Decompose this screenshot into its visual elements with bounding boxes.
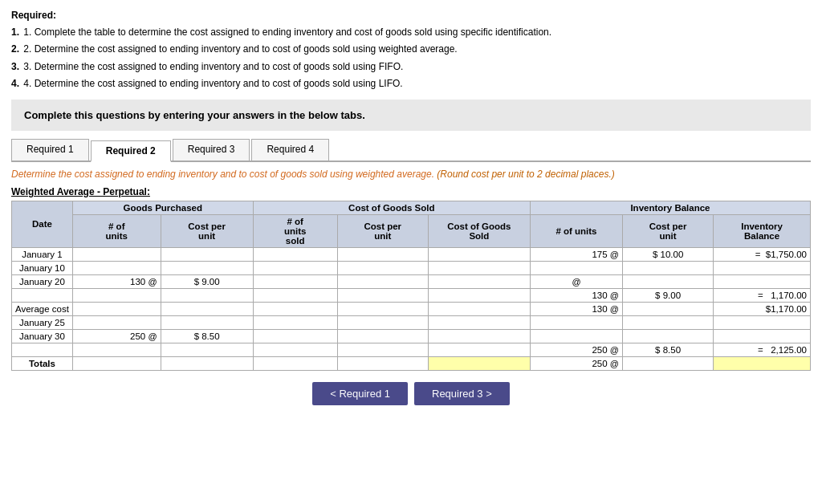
subheader-ib-cost: Cost perunit <box>623 214 714 247</box>
gp-cost-totals <box>161 356 253 370</box>
row-label-jan30-sub <box>12 343 73 356</box>
ib-balance-jan20-sub: = 1,170.00 <box>714 288 811 302</box>
gp-units-jan10[interactable] <box>72 261 161 274</box>
instructions: Required: 1. 1. Complete the table to de… <box>11 8 811 91</box>
tab-required2[interactable]: Required 2 <box>91 140 171 162</box>
table-row: 250 @ $ 8.50 = 2,125.00 <box>12 343 811 356</box>
gp-units-jan25[interactable] <box>72 315 161 329</box>
gp-cost-jan1[interactable] <box>161 247 253 261</box>
ib-balance-jan30-sub: = 2,125.00 <box>714 343 811 356</box>
cogs-total-avg <box>428 302 530 315</box>
cogs-cost-jan30-sub <box>337 343 428 356</box>
ib-units-jan1: 175 @ <box>530 247 622 261</box>
cogs-cost-jan30[interactable] <box>337 329 428 343</box>
row-label-totals: Totals <box>12 356 73 370</box>
table-row: January 10 <box>12 261 811 274</box>
cogs-cost-jan10[interactable] <box>337 261 428 274</box>
ib-cost-avg[interactable] <box>623 302 714 315</box>
cogs-units-totals[interactable] <box>253 356 337 370</box>
ib-balance-totals[interactable] <box>714 356 811 370</box>
subheader-ib-units: # of units <box>530 214 622 247</box>
ib-cost-jan25[interactable] <box>623 315 714 329</box>
cogs-total-jan30-sub <box>428 343 530 356</box>
instructions-header: Required: <box>11 8 811 23</box>
tab-required1[interactable]: Required 1 <box>11 139 89 161</box>
ib-cost-totals[interactable] <box>623 356 714 370</box>
gp-units-avg <box>72 302 161 315</box>
cogs-total-jan20[interactable] <box>428 274 530 288</box>
subheader-ib-balance: InventoryBalance <box>714 214 811 247</box>
ib-cost-jan10[interactable] <box>623 261 714 274</box>
tab-required3[interactable]: Required 3 <box>173 139 250 161</box>
cogs-total-jan25[interactable] <box>428 315 530 329</box>
table-row: Totals 250 @ <box>12 356 811 370</box>
ib-units-totals: 250 @ <box>530 356 622 370</box>
gp-cost-jan25[interactable] <box>161 315 253 329</box>
cogs-units-jan1[interactable] <box>253 247 337 261</box>
ib-balance-jan25[interactable] <box>714 315 811 329</box>
tab-required4[interactable]: Required 4 <box>251 139 329 161</box>
subheader-cogs-cost: Cost perunit <box>337 214 428 247</box>
cogs-cost-jan25[interactable] <box>337 315 428 329</box>
tab-description: Determine the cost assigned to ending in… <box>11 167 811 181</box>
gp-units-totals[interactable] <box>72 356 161 370</box>
cogs-units-jan20[interactable] <box>253 274 337 288</box>
ib-cost-jan20[interactable] <box>623 274 714 288</box>
table-row: January 1 175 @ $ 10.00 = $1,750.00 <box>12 247 811 261</box>
bottom-nav: < Required 1 Required 3 > <box>11 382 811 405</box>
row-label-jan25: January 25 <box>12 315 73 329</box>
cogs-total-jan1[interactable] <box>428 247 530 261</box>
gp-cost-avg <box>161 302 253 315</box>
ib-units-jan20-sub: 130 @ <box>530 288 622 302</box>
col-group-cogs: Cost of Goods Sold <box>253 201 530 214</box>
subheader-cogs-total: Cost of GoodsSold <box>428 214 530 247</box>
instruction-1: 1. 1. Complete the table to determine th… <box>11 25 811 40</box>
gp-units-jan1[interactable] <box>72 247 161 261</box>
cogs-total-totals[interactable] <box>428 356 530 370</box>
gp-units-jan30: 250 @ <box>72 329 161 343</box>
prev-button[interactable]: < Required 1 <box>312 382 408 405</box>
ib-cost-jan1: $ 10.00 <box>623 247 714 261</box>
cogs-cost-jan20-sub <box>337 288 428 302</box>
main-table: Date Goods Purchased Cost of Goods Sold … <box>11 201 811 371</box>
gp-cost-jan20: $ 9.00 <box>161 274 253 288</box>
table-row: January 30 250 @ $ 8.50 <box>12 329 811 343</box>
gray-box: Complete this questions by entering your… <box>11 100 811 131</box>
cogs-cost-jan20[interactable] <box>337 274 428 288</box>
ib-balance-jan10[interactable] <box>714 261 811 274</box>
gp-cost-jan30-sub <box>161 343 253 356</box>
gp-cost-jan30: $ 8.50 <box>161 329 253 343</box>
col-header-date: Date <box>12 201 73 247</box>
ib-cost-jan30-sub: $ 8.50 <box>623 343 714 356</box>
cogs-units-avg <box>253 302 337 315</box>
ib-cost-jan30[interactable] <box>623 329 714 343</box>
table-row: 130 @ $ 9.00 = 1,170.00 <box>12 288 811 302</box>
ib-units-jan30[interactable] <box>530 329 622 343</box>
col-group-inventory-balance: Inventory Balance <box>530 201 810 214</box>
ib-cost-jan20-sub: $ 9.00 <box>623 288 714 302</box>
subheader-cogs-units: # ofunitssold <box>253 214 337 247</box>
ib-units-jan25[interactable] <box>530 315 622 329</box>
subheader-gp-units: # ofunits <box>72 214 161 247</box>
table-row: January 25 <box>12 315 811 329</box>
cogs-cost-jan1[interactable] <box>337 247 428 261</box>
cogs-total-jan10[interactable] <box>428 261 530 274</box>
gp-cost-jan10[interactable] <box>161 261 253 274</box>
gp-units-jan20-sub <box>72 288 161 302</box>
next-button[interactable]: Required 3 > <box>414 382 510 405</box>
instruction-4: 4. 4. Determine the cost assigned to end… <box>11 76 811 91</box>
cogs-total-jan20-sub <box>428 288 530 302</box>
cogs-units-jan20-sub <box>253 288 337 302</box>
ib-balance-jan30[interactable] <box>714 329 811 343</box>
ib-balance-jan20[interactable] <box>714 274 811 288</box>
ib-units-jan10[interactable] <box>530 261 622 274</box>
ib-balance-jan1: = $1,750.00 <box>714 247 811 261</box>
gp-units-jan20: 130 @ <box>72 274 161 288</box>
cogs-units-jan25[interactable] <box>253 315 337 329</box>
ib-balance-avg: $1,170.00 <box>714 302 811 315</box>
table-row: January 20 130 @ $ 9.00 @ <box>12 274 811 288</box>
cogs-units-jan10[interactable] <box>253 261 337 274</box>
cogs-units-jan30[interactable] <box>253 329 337 343</box>
cogs-total-jan30[interactable] <box>428 329 530 343</box>
col-group-goods-purchased: Goods Purchased <box>72 201 253 214</box>
